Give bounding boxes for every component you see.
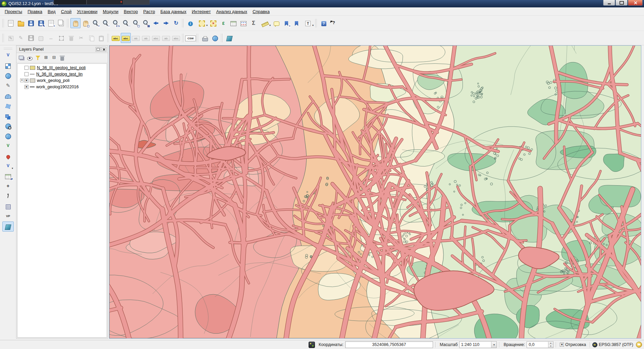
vector-tools-menu-dropdown-icon[interactable]: ▾ xyxy=(12,167,13,170)
menu-item-5[interactable]: Модули xyxy=(100,8,121,15)
menu-item-1[interactable]: Правка xyxy=(25,8,45,15)
menu-item-10[interactable]: Анализ данных xyxy=(213,8,250,15)
paste-features-button[interactable] xyxy=(96,33,106,43)
toggle-editing-button[interactable]: ✎ xyxy=(16,33,26,43)
label-rotate-button[interactable]: abc xyxy=(151,33,161,43)
zoom-to-layer-button[interactable]: ▤ xyxy=(141,18,151,28)
show-statistics-button[interactable]: Σ xyxy=(249,18,259,28)
pan-map-button[interactable] xyxy=(70,18,80,28)
zoom-full-button[interactable]: □ xyxy=(121,18,131,28)
label-change-button[interactable]: ab xyxy=(161,33,171,43)
identify-features-button[interactable]: i xyxy=(185,18,196,28)
field-calculator-button[interactable] xyxy=(238,18,249,28)
crs-status-button[interactable]: EPSG:3857 (OTF) xyxy=(592,342,633,347)
text-annotation-dropdown-icon[interactable]: ▾ xyxy=(312,24,314,27)
label-move-button[interactable]: ab xyxy=(141,33,151,43)
oblique-tool-button[interactable] xyxy=(224,33,234,43)
pan-to-selection-button[interactable]: ▢ xyxy=(80,18,91,28)
menu-item-8[interactable]: База данных xyxy=(158,8,189,15)
zoom-native-button[interactable]: 1:1 xyxy=(111,18,121,28)
current-edits-button[interactable]: ✎ xyxy=(6,33,16,43)
layer-labeling-button[interactable]: abc xyxy=(111,33,121,43)
add-wms-layer-button[interactable] xyxy=(2,70,14,81)
close-panel-button[interactable] xyxy=(101,47,106,52)
float-panel-button[interactable] xyxy=(96,47,101,52)
new-bookmark-button[interactable]: + xyxy=(281,18,291,28)
zoom-in-button[interactable]: + xyxy=(91,18,101,28)
new-print-composer-button[interactable]: + xyxy=(46,18,56,28)
scale-combobox[interactable]: 1:240 110 ▾ xyxy=(459,341,497,348)
remove-layer-button[interactable] xyxy=(58,54,66,61)
measure-button[interactable]: ▾ xyxy=(259,18,271,28)
label-properties-button[interactable]: abc xyxy=(171,33,181,43)
manage-layer-visibility-button[interactable] xyxy=(26,54,34,61)
expand-all-button[interactable]: ⊞ xyxy=(42,54,50,61)
select-features-dropdown-icon[interactable]: ▾ xyxy=(206,24,208,27)
maximize-button[interactable] xyxy=(615,0,628,6)
add-vector-layer-button[interactable]: V xyxy=(2,50,14,60)
save-layer-edits-button[interactable] xyxy=(26,33,36,43)
close-button[interactable] xyxy=(628,0,643,6)
scale-dropdown-icon[interactable]: ▾ xyxy=(491,342,496,348)
vp-tool-button[interactable]: VP xyxy=(2,211,14,221)
move-feature-button[interactable]: ↔ xyxy=(46,33,56,43)
metasearch-csw-button[interactable]: CSW xyxy=(185,33,196,43)
vector-tools-menu-button[interactable]: V▾ xyxy=(2,161,14,171)
rotation-spin-buttons[interactable]: ▴ ▾ xyxy=(548,342,553,348)
table-manager-button[interactable]: ⇄ xyxy=(2,171,14,181)
layer-item-work_geolog_poli[interactable]: +×work_geolog_poli xyxy=(17,77,107,84)
add-group-button[interactable] xyxy=(18,54,26,61)
whats-this-button[interactable]: ? xyxy=(329,18,339,28)
layer-item-N_36_III_geolog_test_lin[interactable]: N_36_III_geolog_test_lin xyxy=(17,71,107,77)
save-project-as-button[interactable]: ✎ xyxy=(36,18,46,28)
filter-legend-button[interactable] xyxy=(34,54,42,61)
coordinates-input[interactable]: 3524086,7505367 xyxy=(345,341,433,348)
collapse-all-button[interactable]: ⊟ xyxy=(50,54,58,61)
map-canvas[interactable] xyxy=(109,45,641,339)
layer-expander-icon[interactable]: + xyxy=(20,79,24,82)
osm-place-search-button[interactable] xyxy=(2,151,14,161)
text-annotation-button[interactable]: T▾ xyxy=(302,18,314,28)
label-pin-unpin-button[interactable]: abc xyxy=(121,33,131,43)
add-spatialite-layer-button[interactable] xyxy=(2,111,14,121)
layer-item-work_geolog19022016[interactable]: ×work_geolog19022016 xyxy=(17,84,107,90)
layer-checkbox[interactable] xyxy=(24,66,29,70)
rotation-spinbox[interactable]: 0,0 ▴ ▾ xyxy=(527,341,553,348)
menu-item-0[interactable]: Проекты xyxy=(2,8,25,15)
gps-tools-button[interactable] xyxy=(2,191,14,201)
add-raster-layer-button[interactable] xyxy=(2,60,14,70)
titlebar[interactable]: QGIS2.12.2-Lyon - test555 xyxy=(0,0,644,7)
metasearch-catalog-button[interactable] xyxy=(2,121,14,131)
menu-item-9[interactable]: Интернет xyxy=(189,8,214,15)
select-features-button[interactable]: ▾ xyxy=(196,18,208,28)
layer-checkbox[interactable] xyxy=(24,72,29,76)
save-project-button[interactable] xyxy=(26,18,36,28)
grid-tools-button[interactable] xyxy=(2,201,14,211)
menu-item-11[interactable]: Справка xyxy=(250,8,272,15)
add-feature-button[interactable] xyxy=(36,33,46,43)
menu-item-7[interactable]: Растр xyxy=(141,8,158,15)
open-attribute-table-button[interactable] xyxy=(228,18,238,28)
zoom-out-button[interactable]: − xyxy=(101,18,111,28)
print-export-button[interactable] xyxy=(200,33,210,43)
map-tips-button[interactable] xyxy=(271,18,281,28)
menu-item-2[interactable]: Вид xyxy=(45,8,58,15)
interpolation-tool-button[interactable] xyxy=(2,91,14,101)
oblique-view-button[interactable] xyxy=(2,221,14,232)
zoom-to-selection-button[interactable]: ▢ xyxy=(131,18,141,28)
zoom-last-button[interactable] xyxy=(151,18,161,28)
measure-dropdown-icon[interactable]: ▾ xyxy=(269,24,271,27)
composer-manager-button[interactable] xyxy=(56,18,66,28)
layer-checkbox[interactable]: × xyxy=(24,85,29,89)
move-item-tool-button[interactable]: + xyxy=(2,181,14,191)
create-points-button[interactable]: V xyxy=(2,141,14,151)
layers-panel-header[interactable]: Layers Panel xyxy=(16,46,108,53)
add-wfs-layer-button[interactable] xyxy=(2,131,14,141)
refresh-map-button[interactable]: ↻ xyxy=(171,18,181,28)
render-checkbox[interactable]: × Отрисовка xyxy=(560,342,586,347)
spin-up-icon[interactable]: ▴ xyxy=(548,342,553,345)
deselect-features-button[interactable]: × xyxy=(208,18,218,28)
layer-item-N_36_III_geolog_test_poli[interactable]: N_36_III_geolog_test_poli xyxy=(17,64,107,71)
add-polygon-layer-button[interactable] xyxy=(2,101,14,111)
select-by-expression-button[interactable]: ε xyxy=(218,18,228,28)
